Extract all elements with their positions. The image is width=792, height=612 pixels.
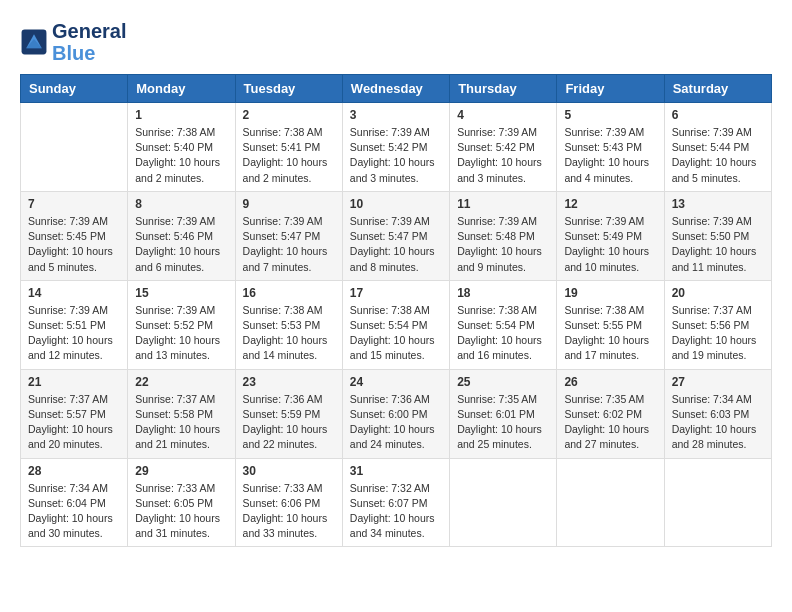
calendar-cell: 19Sunrise: 7:38 AM Sunset: 5:55 PM Dayli… <box>557 280 664 369</box>
weekday-header-friday: Friday <box>557 75 664 103</box>
calendar-cell: 10Sunrise: 7:39 AM Sunset: 5:47 PM Dayli… <box>342 191 449 280</box>
calendar-cell: 2Sunrise: 7:38 AM Sunset: 5:41 PM Daylig… <box>235 103 342 192</box>
day-info: Sunrise: 7:36 AM Sunset: 6:00 PM Dayligh… <box>350 392 442 453</box>
day-number: 28 <box>28 464 120 478</box>
day-number: 24 <box>350 375 442 389</box>
calendar-cell <box>450 458 557 547</box>
day-number: 10 <box>350 197 442 211</box>
day-number: 17 <box>350 286 442 300</box>
day-info: Sunrise: 7:37 AM Sunset: 5:56 PM Dayligh… <box>672 303 764 364</box>
logo-icon <box>20 28 48 56</box>
calendar-cell: 8Sunrise: 7:39 AM Sunset: 5:46 PM Daylig… <box>128 191 235 280</box>
day-info: Sunrise: 7:39 AM Sunset: 5:50 PM Dayligh… <box>672 214 764 275</box>
calendar-cell: 4Sunrise: 7:39 AM Sunset: 5:42 PM Daylig… <box>450 103 557 192</box>
day-number: 20 <box>672 286 764 300</box>
calendar-cell: 3Sunrise: 7:39 AM Sunset: 5:42 PM Daylig… <box>342 103 449 192</box>
day-number: 9 <box>243 197 335 211</box>
day-info: Sunrise: 7:39 AM Sunset: 5:52 PM Dayligh… <box>135 303 227 364</box>
calendar-cell: 24Sunrise: 7:36 AM Sunset: 6:00 PM Dayli… <box>342 369 449 458</box>
calendar-cell: 5Sunrise: 7:39 AM Sunset: 5:43 PM Daylig… <box>557 103 664 192</box>
calendar-cell <box>664 458 771 547</box>
weekday-header-sunday: Sunday <box>21 75 128 103</box>
calendar-cell: 25Sunrise: 7:35 AM Sunset: 6:01 PM Dayli… <box>450 369 557 458</box>
day-number: 1 <box>135 108 227 122</box>
day-number: 4 <box>457 108 549 122</box>
day-info: Sunrise: 7:39 AM Sunset: 5:45 PM Dayligh… <box>28 214 120 275</box>
calendar-cell: 16Sunrise: 7:38 AM Sunset: 5:53 PM Dayli… <box>235 280 342 369</box>
calendar-cell <box>21 103 128 192</box>
day-info: Sunrise: 7:37 AM Sunset: 5:58 PM Dayligh… <box>135 392 227 453</box>
calendar-cell: 21Sunrise: 7:37 AM Sunset: 5:57 PM Dayli… <box>21 369 128 458</box>
day-info: Sunrise: 7:39 AM Sunset: 5:47 PM Dayligh… <box>350 214 442 275</box>
calendar-cell: 17Sunrise: 7:38 AM Sunset: 5:54 PM Dayli… <box>342 280 449 369</box>
calendar-cell: 20Sunrise: 7:37 AM Sunset: 5:56 PM Dayli… <box>664 280 771 369</box>
day-info: Sunrise: 7:38 AM Sunset: 5:54 PM Dayligh… <box>350 303 442 364</box>
day-number: 3 <box>350 108 442 122</box>
day-info: Sunrise: 7:39 AM Sunset: 5:43 PM Dayligh… <box>564 125 656 186</box>
calendar-cell: 22Sunrise: 7:37 AM Sunset: 5:58 PM Dayli… <box>128 369 235 458</box>
day-info: Sunrise: 7:35 AM Sunset: 6:01 PM Dayligh… <box>457 392 549 453</box>
logo: General Blue <box>20 20 126 64</box>
day-info: Sunrise: 7:35 AM Sunset: 6:02 PM Dayligh… <box>564 392 656 453</box>
calendar-cell: 13Sunrise: 7:39 AM Sunset: 5:50 PM Dayli… <box>664 191 771 280</box>
day-info: Sunrise: 7:38 AM Sunset: 5:55 PM Dayligh… <box>564 303 656 364</box>
day-number: 16 <box>243 286 335 300</box>
day-number: 22 <box>135 375 227 389</box>
day-info: Sunrise: 7:39 AM Sunset: 5:42 PM Dayligh… <box>457 125 549 186</box>
day-info: Sunrise: 7:39 AM Sunset: 5:42 PM Dayligh… <box>350 125 442 186</box>
day-number: 13 <box>672 197 764 211</box>
day-number: 21 <box>28 375 120 389</box>
calendar-cell: 31Sunrise: 7:32 AM Sunset: 6:07 PM Dayli… <box>342 458 449 547</box>
calendar-cell: 7Sunrise: 7:39 AM Sunset: 5:45 PM Daylig… <box>21 191 128 280</box>
calendar-table: SundayMondayTuesdayWednesdayThursdayFrid… <box>20 74 772 547</box>
day-info: Sunrise: 7:38 AM Sunset: 5:40 PM Dayligh… <box>135 125 227 186</box>
day-number: 11 <box>457 197 549 211</box>
logo-text-line2: Blue <box>52 42 126 64</box>
day-number: 12 <box>564 197 656 211</box>
day-info: Sunrise: 7:38 AM Sunset: 5:54 PM Dayligh… <box>457 303 549 364</box>
day-info: Sunrise: 7:37 AM Sunset: 5:57 PM Dayligh… <box>28 392 120 453</box>
calendar-cell: 15Sunrise: 7:39 AM Sunset: 5:52 PM Dayli… <box>128 280 235 369</box>
day-number: 7 <box>28 197 120 211</box>
calendar-cell: 14Sunrise: 7:39 AM Sunset: 5:51 PM Dayli… <box>21 280 128 369</box>
day-number: 26 <box>564 375 656 389</box>
day-number: 6 <box>672 108 764 122</box>
calendar-cell: 1Sunrise: 7:38 AM Sunset: 5:40 PM Daylig… <box>128 103 235 192</box>
calendar-cell <box>557 458 664 547</box>
calendar-cell: 9Sunrise: 7:39 AM Sunset: 5:47 PM Daylig… <box>235 191 342 280</box>
calendar-cell: 28Sunrise: 7:34 AM Sunset: 6:04 PM Dayli… <box>21 458 128 547</box>
calendar-cell: 29Sunrise: 7:33 AM Sunset: 6:05 PM Dayli… <box>128 458 235 547</box>
day-info: Sunrise: 7:39 AM Sunset: 5:51 PM Dayligh… <box>28 303 120 364</box>
calendar-cell: 23Sunrise: 7:36 AM Sunset: 5:59 PM Dayli… <box>235 369 342 458</box>
calendar-cell: 18Sunrise: 7:38 AM Sunset: 5:54 PM Dayli… <box>450 280 557 369</box>
day-info: Sunrise: 7:36 AM Sunset: 5:59 PM Dayligh… <box>243 392 335 453</box>
weekday-header-tuesday: Tuesday <box>235 75 342 103</box>
day-info: Sunrise: 7:33 AM Sunset: 6:06 PM Dayligh… <box>243 481 335 542</box>
day-info: Sunrise: 7:38 AM Sunset: 5:41 PM Dayligh… <box>243 125 335 186</box>
day-info: Sunrise: 7:32 AM Sunset: 6:07 PM Dayligh… <box>350 481 442 542</box>
calendar-cell: 26Sunrise: 7:35 AM Sunset: 6:02 PM Dayli… <box>557 369 664 458</box>
day-number: 27 <box>672 375 764 389</box>
weekday-header-wednesday: Wednesday <box>342 75 449 103</box>
weekday-header-monday: Monday <box>128 75 235 103</box>
day-info: Sunrise: 7:39 AM Sunset: 5:46 PM Dayligh… <box>135 214 227 275</box>
day-number: 15 <box>135 286 227 300</box>
day-number: 25 <box>457 375 549 389</box>
day-number: 29 <box>135 464 227 478</box>
day-info: Sunrise: 7:39 AM Sunset: 5:48 PM Dayligh… <box>457 214 549 275</box>
calendar-cell: 12Sunrise: 7:39 AM Sunset: 5:49 PM Dayli… <box>557 191 664 280</box>
day-number: 23 <box>243 375 335 389</box>
day-info: Sunrise: 7:34 AM Sunset: 6:04 PM Dayligh… <box>28 481 120 542</box>
day-number: 5 <box>564 108 656 122</box>
day-number: 31 <box>350 464 442 478</box>
weekday-header-thursday: Thursday <box>450 75 557 103</box>
calendar-cell: 6Sunrise: 7:39 AM Sunset: 5:44 PM Daylig… <box>664 103 771 192</box>
calendar-cell: 30Sunrise: 7:33 AM Sunset: 6:06 PM Dayli… <box>235 458 342 547</box>
day-info: Sunrise: 7:38 AM Sunset: 5:53 PM Dayligh… <box>243 303 335 364</box>
weekday-header-saturday: Saturday <box>664 75 771 103</box>
day-number: 30 <box>243 464 335 478</box>
day-number: 2 <box>243 108 335 122</box>
day-info: Sunrise: 7:34 AM Sunset: 6:03 PM Dayligh… <box>672 392 764 453</box>
page-header: General Blue <box>20 20 772 64</box>
day-number: 18 <box>457 286 549 300</box>
